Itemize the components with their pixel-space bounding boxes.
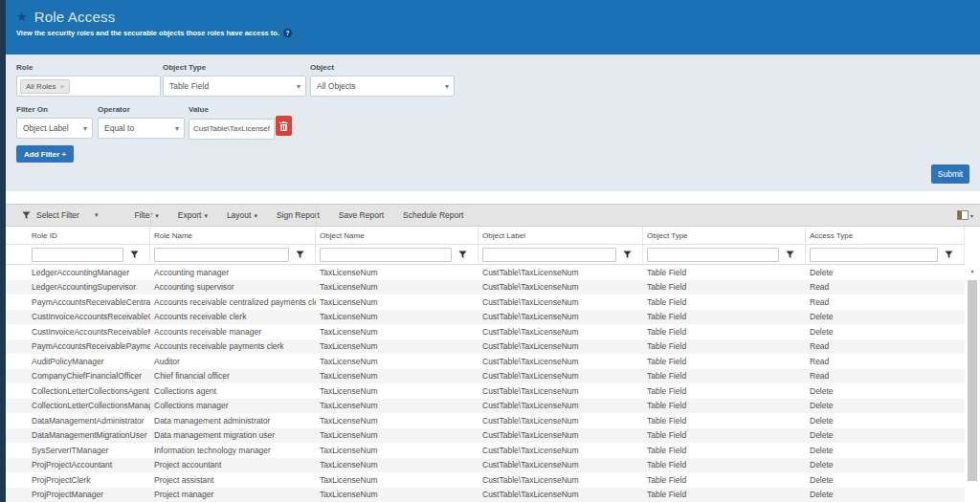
delete-filter-button[interactable] — [276, 116, 292, 136]
column-filter-input-role-name[interactable] — [154, 248, 289, 262]
table-cell-access-type: Delete — [806, 490, 965, 499]
table-row[interactable]: AuditPolicyManagerAuditorTaxLicenseNumCu… — [6, 354, 965, 369]
table-cell-role-id: SysServerITManager — [6, 446, 150, 455]
table-cell-role-id: PaymAccountsReceivablePaymentsClerk — [6, 341, 150, 351]
table-row[interactable]: ProjProjectManagerProject managerTaxLice… — [6, 488, 965, 502]
table-cell-role-id: LedgerAccountingSupervisor — [6, 282, 150, 292]
table-row[interactable]: PaymAccountsReceivablePaymentsClerkAccou… — [6, 339, 965, 355]
filter-funnel-icon — [22, 211, 31, 220]
table-cell-object-label: CustTable\TaxLicenseNum — [479, 446, 643, 455]
column-filter-button-object-name[interactable] — [452, 251, 473, 259]
table-row[interactable]: LedgerAccountingSupervisorAccounting sup… — [6, 280, 965, 295]
value-input[interactable] — [189, 119, 275, 140]
table-cell-object-type: Table Field — [643, 401, 806, 410]
table-row[interactable]: CustInvoiceAccountsReceivableManagerAcco… — [6, 324, 965, 339]
toolbar-menu-save-report[interactable]: Save Report — [339, 210, 384, 220]
table-row[interactable]: DataManagementMigrationUserData manageme… — [6, 428, 965, 444]
table-cell-role-id: CollectionLetterCollectionsManager — [6, 401, 150, 410]
table-cell-object-type: Table Field — [643, 490, 806, 499]
table-cell-object-label: CustTable\TaxLicenseNum — [479, 282, 643, 292]
column-header-role-id[interactable]: Role ID — [6, 227, 150, 244]
column-filter-input-object-name[interactable] — [320, 248, 452, 262]
column-filter-input-object-label[interactable] — [482, 248, 616, 262]
table-cell-object-label: CustTable\TaxLicenseNum — [479, 327, 643, 337]
table-row[interactable]: CollectionLetterCollectionsAgentCollecti… — [6, 383, 965, 399]
table-row[interactable]: ProjProjectAccountantProject accountantT… — [6, 458, 965, 473]
table-row[interactable]: PaymAccountsReceivableCentralPaymClerkAc… — [6, 295, 965, 310]
table-cell-role-id: ProjProjectManager — [6, 490, 150, 499]
role-filter-input[interactable]: All Roles × — [16, 76, 161, 97]
column-filter-button-role-id[interactable] — [123, 251, 145, 259]
table-cell-role-name: Project assistant — [150, 475, 316, 485]
table-cell-role-name: Collections manager — [150, 401, 316, 410]
table-cell-role-id: PaymAccountsReceivableCentralPaymClerk — [6, 297, 150, 307]
object-type-select[interactable]: Table Field ▾ — [163, 76, 306, 97]
table-row[interactable]: ProjProjectClerkProject assistantTaxLice… — [6, 472, 965, 488]
column-header-object-label[interactable]: Object Label — [479, 227, 643, 244]
add-filter-button[interactable]: Add Filter + — [16, 145, 74, 163]
select-filter-dropdown[interactable]: Select Filter — [36, 210, 79, 220]
toolbar-menu-filter[interactable]: Filter▾ — [134, 210, 158, 220]
column-filter-cell-object-name — [316, 245, 479, 264]
role-tag: All Roles × — [20, 79, 70, 94]
toolbar-menu-export[interactable]: Export▾ — [178, 210, 208, 220]
toolbar-menu-layout[interactable]: Layout▾ — [227, 210, 257, 220]
column-filter-input-role-id[interactable] — [32, 248, 123, 262]
help-icon[interactable]: ? — [283, 29, 292, 37]
table-cell-role-name: Chief financial officer — [150, 371, 316, 381]
table-cell-object-name: TaxLicenseNum — [316, 268, 479, 277]
table-row[interactable]: CollectionLetterCollectionsManagerCollec… — [6, 399, 965, 414]
table-cell-access-type: Delete — [806, 268, 965, 277]
role-label: Role — [16, 63, 161, 72]
object-select[interactable]: All Objects ▾ — [310, 76, 455, 97]
column-chooser-button[interactable]: ▾ — [957, 210, 973, 220]
table-cell-object-name: TaxLicenseNum — [316, 327, 479, 337]
vertical-scrollbar[interactable]: ▴ — [965, 265, 980, 502]
column-filter-button-object-type[interactable] — [779, 251, 800, 259]
scrollbar-thumb[interactable] — [968, 280, 977, 481]
toolbar-menu-sign-report[interactable]: Sign Report — [277, 210, 320, 220]
table-cell-object-name: TaxLicenseNum — [316, 475, 479, 485]
column-filter-button-role-name[interactable] — [289, 251, 310, 259]
table-cell-object-name: TaxLicenseNum — [316, 386, 479, 396]
column-filter-button-access-type[interactable] — [938, 251, 959, 259]
column-header-object-name[interactable]: Object Name — [316, 227, 479, 244]
table-row[interactable]: CustInvoiceAccountsReceivableClerkAccoun… — [6, 310, 965, 325]
tag-remove-icon[interactable]: × — [60, 82, 65, 91]
table-cell-object-name: TaxLicenseNum — [316, 430, 479, 440]
table-cell-role-name: Accounts receivable payments clerk — [150, 341, 316, 351]
table-cell-access-type: Delete — [806, 475, 965, 485]
toolbar-separator — [150, 205, 151, 226]
table-cell-object-label: CustTable\TaxLicenseNum — [479, 312, 643, 321]
table-cell-object-type: Table Field — [643, 416, 806, 426]
column-filter-cell-object-label — [479, 245, 643, 264]
table-row[interactable]: LedgerAccountingManagerAccounting manage… — [6, 265, 965, 280]
table-cell-object-name: TaxLicenseNum — [316, 401, 479, 410]
table-row[interactable]: DataManagementAdministratorData manageme… — [6, 413, 965, 428]
table-cell-role-id: LedgerAccountingManager — [6, 268, 150, 277]
column-filter-cell-access-type — [806, 245, 965, 264]
table-cell-object-label: CustTable\TaxLicenseNum — [479, 490, 643, 499]
table-cell-access-type: Read — [806, 357, 965, 366]
table-cell-access-type: Read — [806, 371, 965, 381]
table-row[interactable]: SysServerITManagerInformation technology… — [6, 443, 965, 458]
column-filter-button-object-label[interactable] — [616, 251, 637, 259]
table-cell-object-name: TaxLicenseNum — [316, 282, 479, 292]
table-cell-object-label: CustTable\TaxLicenseNum — [479, 341, 643, 351]
table-cell-access-type: Delete — [806, 312, 965, 321]
scrollbar-up-icon[interactable]: ▴ — [965, 265, 980, 277]
star-icon: ★ — [16, 10, 28, 24]
column-filter-input-object-type[interactable] — [647, 248, 779, 262]
column-header-object-type[interactable]: Object Type — [643, 227, 806, 244]
table-cell-object-type: Table Field — [643, 386, 806, 396]
operator-select[interactable]: Equal to ▾ — [98, 118, 185, 139]
column-header-role-name[interactable]: Role Name — [150, 227, 316, 244]
toolbar-menu-schedule-report[interactable]: Schedule Report — [403, 210, 463, 220]
table-cell-role-id: DataManagementMigrationUser — [6, 430, 150, 440]
column-header-access-type[interactable]: Access Type — [806, 227, 965, 244]
table-row[interactable]: CompanyChiefFinancialOfficerChief financ… — [6, 369, 965, 384]
filter-on-select[interactable]: Object Label ▾ — [16, 118, 93, 139]
column-filter-input-access-type[interactable] — [810, 248, 938, 262]
chevron-down-icon: ▾ — [254, 212, 257, 219]
submit-button[interactable]: Submit — [931, 164, 969, 184]
